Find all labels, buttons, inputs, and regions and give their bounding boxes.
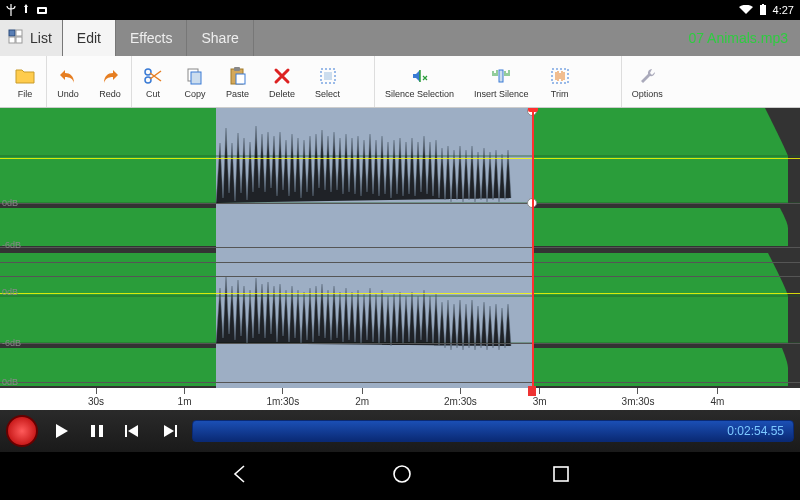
redo-button[interactable]: Redo <box>89 56 131 107</box>
record-button[interactable] <box>6 415 38 447</box>
tab-bar: List Edit Effects Share 07 Animals.mp3 <box>0 20 800 56</box>
svg-rect-14 <box>236 74 245 84</box>
current-filename: 07 Animals.mp3 <box>676 20 800 56</box>
battery-icon <box>759 4 767 16</box>
svg-rect-1 <box>39 9 45 12</box>
tick-label: 3m <box>533 396 547 407</box>
play-button[interactable] <box>48 418 74 444</box>
tab-share[interactable]: Share <box>187 20 253 56</box>
select-icon <box>317 65 339 87</box>
db-label: -6dB <box>2 240 21 250</box>
wifi-icon <box>739 5 753 15</box>
undo-button[interactable]: Undo <box>46 56 89 107</box>
tab-edit[interactable]: Edit <box>63 20 116 56</box>
android-status-bar: 4:27 <box>0 0 800 20</box>
db-label: -6dB <box>2 338 21 348</box>
options-button[interactable]: Options <box>621 56 673 107</box>
tick-label: 2m:30s <box>444 396 477 407</box>
svg-point-8 <box>145 69 151 75</box>
copy-button[interactable]: Copy <box>174 56 216 107</box>
tick-label: 2m <box>355 396 369 407</box>
recent-apps-button[interactable] <box>552 465 570 487</box>
delete-button[interactable]: Delete <box>259 56 305 107</box>
android-nav-bar <box>0 452 800 500</box>
tab-list-label: List <box>30 30 52 46</box>
tick-label: 1m:30s <box>266 396 299 407</box>
db-label: 0dB <box>2 377 18 387</box>
usb-icon <box>22 4 30 16</box>
svg-rect-20 <box>0 208 216 246</box>
svg-rect-11 <box>191 72 201 84</box>
select-button[interactable]: Select <box>305 56 350 107</box>
svg-point-27 <box>394 466 410 482</box>
back-button[interactable] <box>230 463 252 489</box>
copy-label: Copy <box>184 89 205 99</box>
db-label: 0dB <box>2 287 18 297</box>
mute-icon <box>409 65 431 87</box>
svg-rect-16 <box>324 72 332 80</box>
pause-button[interactable] <box>84 418 110 444</box>
elapsed-time: 0:02:54.55 <box>717 424 794 438</box>
waveform-svg <box>0 108 800 388</box>
svg-rect-17 <box>499 70 503 82</box>
redo-label: Redo <box>99 89 121 99</box>
svg-rect-5 <box>16 30 22 36</box>
cut-button[interactable]: Cut <box>131 56 174 107</box>
psi-icon <box>6 4 16 16</box>
trim-button[interactable]: Trim <box>539 56 581 107</box>
svg-rect-2 <box>760 5 766 15</box>
progress-bar[interactable]: 0:02:54.55 <box>192 420 794 442</box>
tab-effects[interactable]: Effects <box>116 20 188 56</box>
waveform-display[interactable]: 0dB -6dB 0dB -6dB 0dB <box>0 108 800 388</box>
wrench-icon <box>636 65 658 87</box>
svg-point-9 <box>145 77 151 83</box>
file-label: File <box>18 89 33 99</box>
options-label: Options <box>632 89 663 99</box>
edit-toolbar: File Undo Redo Cut Copy Paste Delete Sel… <box>0 56 800 108</box>
transport-bar: 0:02:54.55 <box>0 410 800 452</box>
svg-rect-28 <box>554 467 568 481</box>
select-label: Select <box>315 89 340 99</box>
svg-rect-4 <box>9 30 15 36</box>
copy-icon <box>184 65 206 87</box>
trim-icon <box>549 65 571 87</box>
screenshot-icon <box>36 5 48 15</box>
tick-label: 3m:30s <box>622 396 655 407</box>
svg-rect-26 <box>175 425 177 437</box>
svg-rect-23 <box>91 425 95 437</box>
tick-label: 1m <box>178 396 192 407</box>
tab-list[interactable]: List <box>0 20 63 56</box>
svg-rect-3 <box>762 4 764 5</box>
silence-selection-button[interactable]: Silence Selection <box>374 56 464 107</box>
svg-rect-7 <box>16 37 22 43</box>
home-button[interactable] <box>392 464 412 488</box>
cut-label: Cut <box>146 89 160 99</box>
timeline-marker[interactable] <box>528 386 536 396</box>
scissors-icon <box>142 65 164 87</box>
tick-label: 4m <box>710 396 724 407</box>
redo-icon <box>99 65 121 87</box>
skip-forward-button[interactable] <box>156 418 182 444</box>
paste-label: Paste <box>226 89 249 99</box>
file-button[interactable]: File <box>4 56 46 107</box>
silence-selection-label: Silence Selection <box>385 89 454 99</box>
trim-label: Trim <box>551 89 569 99</box>
db-label: 0dB <box>2 198 18 208</box>
status-clock: 4:27 <box>773 4 794 16</box>
svg-rect-21 <box>0 253 216 343</box>
svg-rect-22 <box>0 348 216 386</box>
insert-silence-button[interactable]: Insert Silence <box>464 56 539 107</box>
tab-edit-label: Edit <box>77 30 101 46</box>
undo-icon <box>57 65 79 87</box>
timeline-ruler[interactable]: 30s 1m 1m:30s 2m 2m:30s 3m 3m:30s 4m <box>0 388 800 410</box>
svg-rect-6 <box>9 37 15 43</box>
skip-back-button[interactable] <box>120 418 146 444</box>
playhead[interactable] <box>532 108 534 388</box>
list-icon <box>8 29 24 48</box>
insert-silence-icon <box>490 65 512 87</box>
file-icon <box>14 65 36 87</box>
paste-button[interactable]: Paste <box>216 56 259 107</box>
svg-rect-24 <box>99 425 103 437</box>
svg-rect-25 <box>125 425 127 437</box>
paste-icon <box>227 65 249 87</box>
